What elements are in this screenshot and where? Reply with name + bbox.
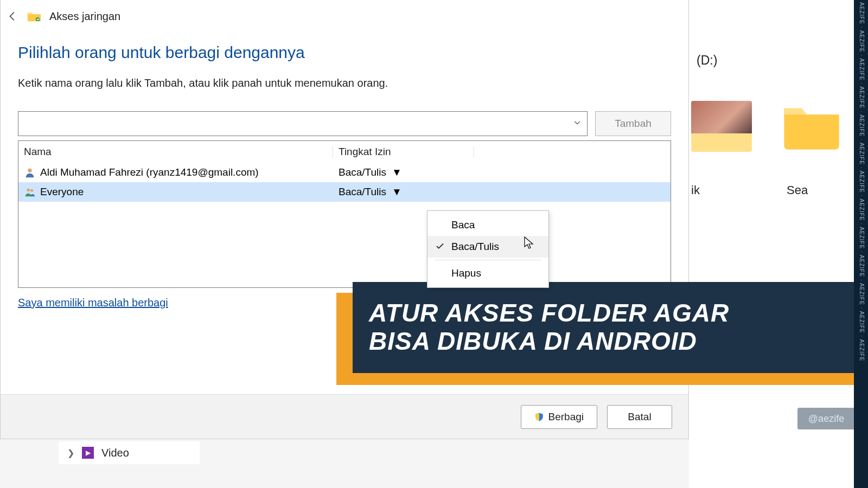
cursor-icon (524, 236, 535, 251)
column-name-header[interactable]: Nama (18, 146, 333, 158)
svg-point-3 (30, 189, 33, 192)
caret-down-icon: ▼ (392, 186, 402, 198)
watermark-text: AEZIFE · AEZIFE · AEZIFE · AEZIFE · AEZI… (859, 2, 865, 361)
dialog-footer: Berbagi Batal (1, 394, 688, 439)
permission-cell[interactable]: Baca/Tulis ▼ (333, 186, 480, 198)
person-name-combo[interactable] (18, 111, 588, 136)
add-person-row: Tambah (18, 111, 671, 136)
share-button-label: Berbagi (548, 411, 584, 423)
chevron-right-icon: ❯ (67, 448, 74, 458)
caption-banner: ATUR AKSES FOLDER AGAR BISA DIBUKA DI AN… (336, 282, 857, 385)
drive-label: (D:) (697, 53, 717, 68)
back-button[interactable] (7, 10, 19, 22)
folder-label-partial-1: ik (691, 183, 700, 197)
watermark-handle: @aezife (797, 408, 855, 429)
banner-main: ATUR AKSES FOLDER AGAR BISA DIBUKA DI AN… (353, 282, 854, 373)
column-permission-header[interactable]: Tingkat Izin (333, 146, 474, 158)
folder-thumbnail (691, 101, 752, 152)
watermark-strip: AEZIFE · AEZIFE · AEZIFE · AEZIFE · AEZI… (854, 0, 868, 488)
user-icon (24, 166, 36, 178)
add-button[interactable]: Tambah (595, 111, 671, 136)
shield-icon (534, 412, 544, 422)
check-icon (435, 241, 445, 251)
folder-share-icon (27, 10, 42, 22)
permission-cell[interactable]: Baca/Tulis ▼ (333, 166, 480, 178)
caret-down-icon: ▼ (392, 166, 402, 178)
menu-item-remove[interactable]: Hapus (427, 262, 548, 284)
folder-icon (781, 101, 842, 151)
menu-separator (435, 260, 541, 260)
svg-point-1 (28, 169, 31, 172)
menu-item-read[interactable]: Baca (427, 214, 548, 236)
dialog-title: Akses jaringan (49, 10, 120, 23)
svg-point-2 (27, 188, 30, 191)
permission-value: Baca/Tulis (339, 166, 386, 178)
cancel-button[interactable]: Batal (607, 405, 672, 429)
user-name: Aldi Muhamad Fahrezi (ryanz1419@gmail.co… (40, 166, 259, 178)
instruction-text: Ketik nama orang lalu klik Tambah, atau … (18, 77, 671, 89)
help-link[interactable]: Saya memiliki masalah berbagi (18, 297, 168, 309)
menu-item-label: Baca/Tulis (451, 241, 499, 253)
dialog-content: Pilihlah orang untuk berbagi dengannya K… (1, 33, 688, 309)
banner-line-2: BISA DIBUKA DI ANDROID (369, 328, 854, 356)
table-row[interactable]: Aldi Muhamad Fahrezi (ryanz1419@gmail.co… (18, 163, 671, 182)
table-row[interactable]: Everyone Baca/Tulis ▼ (18, 182, 671, 202)
titlebar: Akses jaringan (1, 0, 688, 33)
video-icon: ▶ (82, 447, 94, 459)
banner-line-1: ATUR AKSES FOLDER AGAR (369, 299, 854, 328)
folder-label-partial-2: Sea (787, 183, 808, 197)
chevron-down-icon (573, 118, 582, 129)
permission-value: Baca/Tulis (339, 186, 386, 198)
share-button[interactable]: Berbagi (521, 405, 598, 429)
tree-item-label: Video (101, 447, 129, 459)
group-icon (24, 186, 36, 198)
tree-item-video[interactable]: ❯ ▶ Video (59, 441, 200, 464)
page-heading: Pilihlah orang untuk berbagi dengannya (18, 43, 671, 62)
table-header: Nama Tingkat Izin (18, 141, 671, 163)
user-name: Everyone (40, 186, 84, 198)
permissions-table: Nama Tingkat Izin Aldi Muhamad Fahrezi (… (18, 140, 671, 288)
